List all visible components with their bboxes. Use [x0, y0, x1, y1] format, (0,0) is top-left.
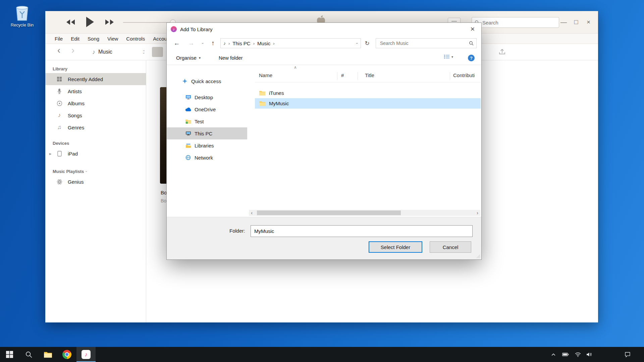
navpane-item-test[interactable]: Test — [167, 115, 247, 127]
recycle-bin-icon — [14, 4, 30, 21]
taskbar-search-button[interactable] — [19, 347, 38, 362]
folder-label: Folder: — [229, 228, 245, 234]
itunes-window-controls: — □ × — [557, 11, 595, 33]
navpane-item-onedrive[interactable]: OneDrive — [167, 103, 247, 115]
expand-caret-icon[interactable]: ▸ — [49, 151, 52, 156]
media-selector[interactable]: ♪ Music › › — [92, 47, 144, 57]
nav-forward-icon[interactable]: › — [71, 45, 74, 56]
network-tray-icon[interactable] — [574, 347, 582, 362]
minimize-icon[interactable]: — — [557, 18, 570, 26]
taskbar-file-explorer-button[interactable] — [38, 347, 57, 362]
file-row-itunes[interactable]: iTunes — [255, 88, 481, 98]
horizontal-scrollbar[interactable]: ‹ › — [249, 210, 480, 216]
maximize-icon[interactable]: □ — [570, 18, 582, 26]
folder-name-input[interactable] — [251, 225, 473, 237]
play-button[interactable] — [86, 17, 94, 27]
sidebar-item-ipad[interactable]: ▸ iPad — [45, 147, 146, 160]
caret-down-icon: ▾ — [451, 55, 453, 59]
nav-back-icon[interactable]: ‹ — [57, 45, 60, 56]
close-icon[interactable]: × — [582, 18, 595, 26]
navpane-item-network[interactable]: Network — [167, 152, 247, 164]
music-playlists-header[interactable]: Music Playlists › — [45, 167, 146, 176]
column-divider[interactable] — [450, 72, 450, 80]
dialog-title: Add To Library — [180, 26, 212, 32]
chevron-up-icon — [551, 353, 555, 356]
sidebar-item-genius[interactable]: Genius — [45, 176, 146, 188]
file-row-mymusic[interactable]: MyMusic — [255, 98, 481, 109]
column-contributing-artists[interactable]: Contributi — [453, 72, 481, 78]
column-title[interactable]: Title — [365, 72, 374, 78]
address-bar[interactable]: ♪ › This PC › Music › › — [220, 38, 361, 48]
taskbar-itunes-button[interactable]: ♪ — [76, 347, 96, 362]
sidebar-item-albums[interactable]: Albums — [45, 97, 146, 109]
recycle-bin[interactable]: Recycle Bin — [9, 4, 36, 27]
album-title[interactable]: Bo — [161, 190, 167, 195]
breadcrumb-music[interactable]: Music — [257, 41, 270, 46]
sort-ascending-icon[interactable]: ∧ — [294, 65, 297, 70]
battery-tray-icon[interactable] — [561, 347, 570, 362]
show-hidden-icons-button[interactable] — [549, 347, 558, 362]
sidebar-item-genres[interactable]: ♫ Genres — [45, 121, 146, 133]
start-button[interactable] — [0, 347, 19, 362]
back-arrow-icon[interactable]: ← — [172, 36, 181, 51]
recycle-bin-label: Recycle Bin — [9, 22, 36, 27]
selector-carets-icon: › › — [143, 50, 145, 54]
scroll-left-icon[interactable]: ‹ — [249, 210, 255, 216]
help-button[interactable]: ? — [468, 55, 475, 61]
sidebar-item-artists[interactable]: Artists — [45, 85, 146, 97]
volume-tray-icon[interactable] — [585, 347, 593, 362]
forward-arrow-icon[interactable]: → — [186, 36, 196, 51]
menu-view[interactable]: View — [103, 36, 122, 42]
menu-controls[interactable]: Controls — [122, 36, 149, 42]
itunes-app-icon: ♪ — [171, 26, 177, 32]
refresh-icon[interactable]: ↻ — [362, 38, 372, 48]
scroll-right-icon[interactable]: › — [475, 210, 480, 216]
menu-song[interactable]: Song — [84, 36, 103, 42]
dialog-search-box[interactable] — [376, 38, 477, 48]
address-dropdown-icon[interactable]: › — [355, 43, 359, 44]
change-view-button[interactable]: ▾ — [444, 54, 453, 59]
sidebar-item-songs[interactable]: ♪ Songs — [45, 109, 146, 121]
upload-icon[interactable] — [499, 49, 505, 55]
album-artist[interactable]: Bo — [161, 198, 166, 203]
navpane-item-quick-access[interactable]: Quick access — [167, 75, 247, 87]
navpane-item-libraries[interactable]: Libraries — [167, 139, 247, 152]
rewind-button[interactable] — [66, 19, 75, 25]
itunes-search-input[interactable] — [482, 19, 556, 26]
itunes-icon: ♪ — [82, 350, 91, 359]
desktop: Recycle Bin — [0, 0, 644, 362]
network-globe-icon — [185, 155, 192, 161]
navpane-item-desktop[interactable]: Desktop — [167, 91, 247, 103]
scrollbar-thumb[interactable] — [257, 210, 401, 215]
this-pc-icon — [185, 130, 192, 136]
menu-edit[interactable]: Edit — [67, 36, 84, 42]
up-arrow-icon[interactable]: ↑ — [208, 36, 218, 51]
media-selector-label: Music — [98, 49, 112, 55]
dialog-search-input[interactable] — [379, 40, 469, 46]
dialog-titlebar[interactable]: ♪ Add To Library × — [167, 23, 481, 36]
itunes-search-box[interactable] — [472, 17, 559, 28]
column-number[interactable]: # — [341, 72, 344, 78]
column-divider[interactable] — [358, 72, 358, 80]
chevron-down-icon: › — [85, 171, 88, 172]
volume-track[interactable] — [123, 22, 173, 23]
menu-file[interactable]: File — [51, 36, 67, 42]
select-folder-button[interactable]: Select Folder — [369, 241, 422, 253]
resize-grip[interactable] — [476, 254, 480, 258]
organise-button[interactable]: Organise ▾ — [176, 55, 201, 61]
recently-added-icon — [55, 76, 63, 82]
column-name[interactable]: Name — [259, 72, 272, 78]
new-folder-button[interactable]: New folder — [219, 55, 243, 61]
cancel-button[interactable]: Cancel — [430, 241, 471, 253]
breadcrumb-this-pc[interactable]: This PC — [232, 41, 250, 46]
close-icon[interactable]: × — [464, 23, 481, 36]
navpane-item-this-pc[interactable]: This PC — [167, 127, 247, 139]
column-divider[interactable] — [337, 72, 337, 80]
taskbar-chrome-button[interactable] — [57, 347, 76, 362]
action-center-button[interactable] — [623, 347, 632, 362]
sidebar-item-recently-added[interactable]: Recently Added — [45, 73, 146, 85]
forward-button[interactable] — [105, 19, 114, 25]
breadcrumb-separator-icon: › — [253, 41, 255, 46]
file-list-header: Name # Title Contributi — [255, 70, 481, 82]
album-thumbnail-placeholder[interactable] — [152, 47, 163, 57]
